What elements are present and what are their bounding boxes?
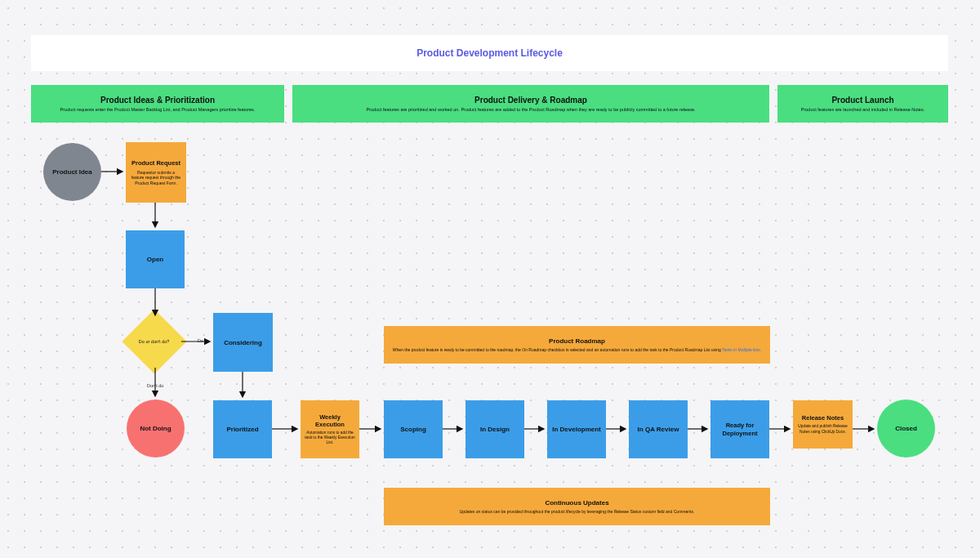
node-decision[interactable]: Do or don't do?: [122, 309, 186, 373]
node-weekly-execution[interactable]: Weekly Execution Automation runs to add …: [301, 400, 359, 458]
prioritized-label: Prioritized: [226, 426, 258, 433]
node-considering[interactable]: Considering: [213, 313, 273, 372]
roadmap-sub-text: When the product feature is ready to be …: [393, 347, 722, 352]
request-sub: Requestor submits a feature request thro…: [131, 170, 181, 186]
design-label: In Design: [480, 426, 510, 433]
edge-do-label: Do: [196, 338, 205, 343]
roadmap-link[interactable]: Tasks in Multiple lists.: [722, 347, 761, 352]
page-title: Product Development Lifecycle: [416, 47, 563, 59]
decision-label: Do or don't do?: [139, 339, 169, 345]
updates-sub: Updates on status can be provided throug…: [460, 509, 695, 515]
weekly-title: Weekly Execution: [305, 413, 355, 428]
node-product-idea[interactable]: Product Idea: [43, 143, 101, 201]
title-bar: Product Development Lifecycle: [31, 35, 948, 71]
lane-delivery-sub: Product features are prioritized and wor…: [367, 107, 696, 112]
node-ready-for-deployment[interactable]: Ready for Deployment: [710, 400, 769, 458]
closed-label: Closed: [895, 425, 917, 432]
node-product-request[interactable]: Product Request Requestor submits a feat…: [126, 142, 186, 203]
notes-title: Release Notes: [802, 414, 844, 422]
roadmap-sub: When the product feature is ready to be …: [393, 347, 761, 353]
scoping-label: Scoping: [400, 426, 426, 433]
idea-label: Product Idea: [52, 168, 91, 176]
roadmap-title: Product Roadmap: [549, 337, 605, 345]
node-product-roadmap[interactable]: Product Roadmap When the product feature…: [384, 326, 770, 364]
lane-launch-sub: Product features are launched and includ…: [801, 107, 924, 112]
lane-ideas-title: Product Ideas & Prioritization: [100, 96, 215, 105]
node-in-design[interactable]: In Design: [466, 400, 524, 458]
updates-title: Continuous Updates: [545, 499, 608, 507]
node-in-qa-review[interactable]: In QA Review: [629, 400, 688, 458]
lane-launch-title: Product Launch: [831, 96, 893, 105]
node-not-doing[interactable]: Not Doing: [127, 400, 185, 458]
lane-delivery: Product Delivery & Roadmap Product featu…: [292, 85, 769, 123]
request-title: Product Request: [131, 159, 180, 167]
lane-launch: Product Launch Product features are laun…: [777, 85, 948, 123]
lane-ideas: Product Ideas & Prioritization Product r…: [31, 85, 284, 123]
considering-label: Considering: [224, 339, 262, 346]
notdoing-label: Not Doing: [140, 425, 171, 432]
node-prioritized[interactable]: Prioritized: [213, 400, 272, 458]
node-open[interactable]: Open: [126, 230, 185, 288]
notes-sub: Update and publish Release Notes using C…: [797, 424, 849, 434]
node-in-development[interactable]: In Development: [547, 400, 606, 458]
weekly-sub: Automation runs to add the task to the W…: [305, 431, 355, 446]
qa-label: In QA Review: [638, 426, 679, 433]
lane-delivery-title: Product Delivery & Roadmap: [474, 96, 587, 105]
node-scoping[interactable]: Scoping: [384, 400, 443, 458]
open-label: Open: [147, 256, 163, 263]
node-closed[interactable]: Closed: [877, 400, 935, 458]
lane-ideas-sub: Product requests enter the Product Maste…: [60, 107, 256, 112]
edge-dontdo-label: Don't do: [145, 383, 165, 388]
ready-label: Ready for Deployment: [710, 422, 769, 438]
dev-label: In Development: [552, 426, 601, 433]
node-release-notes[interactable]: Release Notes Update and publish Release…: [793, 400, 853, 449]
node-continuous-updates[interactable]: Continuous Updates Updates on status can…: [384, 488, 770, 525]
